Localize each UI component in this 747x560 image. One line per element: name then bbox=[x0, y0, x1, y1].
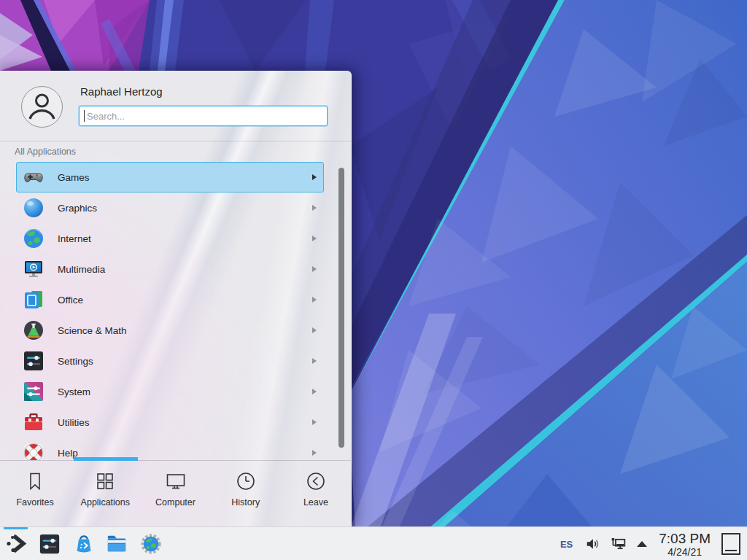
kickoff-icon bbox=[4, 532, 28, 556]
section-label: All Applications bbox=[15, 147, 76, 157]
category-list: Games Graphics bbox=[0, 157, 336, 460]
document-folder-icon bbox=[22, 288, 45, 311]
category-science-math[interactable]: Science & Math bbox=[16, 315, 324, 346]
launcher-header: Raphael Hertzog bbox=[0, 71, 351, 141]
gamepad-icon bbox=[22, 166, 45, 189]
konqueror-browser-button[interactable] bbox=[140, 533, 163, 556]
text-cursor bbox=[84, 110, 85, 122]
header-separator bbox=[0, 141, 351, 141]
submenu-arrow-icon bbox=[312, 389, 317, 394]
network-icon[interactable] bbox=[610, 537, 627, 551]
leave-icon bbox=[305, 470, 327, 492]
discover-button[interactable] bbox=[73, 533, 96, 556]
active-task-indicator bbox=[4, 527, 28, 529]
sphere-icon bbox=[22, 196, 45, 219]
category-help[interactable]: Help bbox=[16, 438, 324, 460]
tab-label: History bbox=[231, 497, 260, 508]
digital-clock[interactable]: 7:03 PM 4/24/21 bbox=[659, 531, 711, 558]
shopping-bag-icon bbox=[73, 533, 95, 555]
tab-computer[interactable]: Computer bbox=[140, 461, 210, 527]
tab-label: Applications bbox=[81, 497, 130, 508]
category-label: Science & Math bbox=[58, 325, 312, 336]
dolphin-file-manager-button[interactable] bbox=[106, 533, 129, 556]
active-tab-indicator bbox=[74, 457, 138, 461]
category-label: Multimedia bbox=[58, 264, 312, 275]
category-system[interactable]: System bbox=[16, 376, 324, 407]
speaker-icon[interactable] bbox=[585, 537, 600, 551]
submenu-arrow-icon bbox=[312, 205, 317, 211]
sliders-dark-icon bbox=[22, 349, 45, 373]
category-label: Office bbox=[58, 295, 312, 306]
submenu-arrow-icon bbox=[312, 358, 317, 364]
category-label: Utilities bbox=[58, 417, 312, 428]
settings-sliders-icon bbox=[39, 533, 61, 555]
category-graphics[interactable]: Graphics bbox=[16, 192, 324, 223]
submenu-arrow-icon bbox=[312, 419, 317, 425]
tab-applications[interactable]: Applications bbox=[70, 461, 140, 527]
monitor-icon bbox=[165, 470, 187, 492]
launcher-tabbar: Favorites Applications Compute bbox=[0, 460, 351, 527]
tab-leave[interactable]: Leave bbox=[281, 461, 351, 527]
system-tray: ES 7:03 PM 4/24/21 bbox=[560, 527, 747, 560]
category-settings[interactable]: Settings bbox=[16, 346, 324, 376]
keyboard-layout-indicator[interactable]: ES bbox=[560, 539, 573, 550]
tab-label: Leave bbox=[303, 497, 328, 508]
category-label: Games bbox=[58, 172, 312, 183]
application-launcher-popup: Raphael Hertzog All Applications bbox=[0, 71, 352, 526]
taskbar-panel: ES 7:03 PM 4/24/21 bbox=[0, 526, 747, 560]
show-desktop-button[interactable] bbox=[721, 533, 740, 555]
application-launcher-button[interactable] bbox=[4, 532, 28, 556]
category-multimedia[interactable]: Multimedia bbox=[16, 254, 324, 284]
clock-time: 7:03 PM bbox=[659, 531, 711, 546]
submenu-arrow-icon bbox=[312, 327, 317, 333]
flask-icon bbox=[22, 319, 45, 342]
search-field[interactable] bbox=[79, 106, 328, 126]
user-avatar-icon[interactable] bbox=[21, 86, 63, 128]
clock-date: 4/24/21 bbox=[667, 546, 702, 558]
sliders-color-icon bbox=[22, 380, 45, 403]
bookmark-icon bbox=[24, 470, 46, 492]
category-office[interactable]: Office bbox=[16, 284, 324, 315]
category-internet[interactable]: Internet bbox=[16, 223, 324, 254]
category-games[interactable]: Games bbox=[16, 162, 324, 192]
submenu-arrow-icon bbox=[312, 297, 317, 303]
tab-history[interactable]: History bbox=[211, 461, 281, 527]
globe-icon bbox=[22, 227, 45, 250]
submenu-arrow-icon bbox=[312, 450, 317, 456]
category-label: Settings bbox=[58, 356, 312, 367]
expand-tray-caret-up-icon[interactable] bbox=[637, 541, 647, 547]
tab-favorites[interactable]: Favorites bbox=[0, 461, 70, 527]
submenu-arrow-icon bbox=[312, 266, 317, 272]
category-label: Internet bbox=[58, 233, 312, 244]
category-utilities[interactable]: Utilities bbox=[16, 407, 324, 438]
category-label: Graphics bbox=[58, 203, 312, 214]
globe-gear-icon bbox=[140, 533, 162, 555]
grid-icon bbox=[94, 470, 116, 492]
system-settings-button[interactable] bbox=[39, 533, 62, 556]
submenu-arrow-icon bbox=[312, 236, 317, 241]
category-label: System bbox=[58, 386, 312, 397]
lifebuoy-icon bbox=[22, 441, 45, 460]
clock-icon bbox=[235, 470, 257, 492]
media-monitor-icon bbox=[22, 257, 45, 281]
submenu-arrow-icon bbox=[312, 174, 317, 180]
desktop: Raphael Hertzog All Applications bbox=[0, 0, 747, 560]
folder-icon bbox=[106, 533, 128, 555]
scrollbar-thumb[interactable] bbox=[338, 168, 344, 448]
tab-label: Computer bbox=[155, 497, 196, 508]
user-name: Raphael Hertzog bbox=[80, 85, 163, 98]
tab-label: Favorites bbox=[16, 497, 53, 508]
toolbox-icon bbox=[22, 411, 45, 434]
search-input[interactable] bbox=[85, 108, 322, 124]
